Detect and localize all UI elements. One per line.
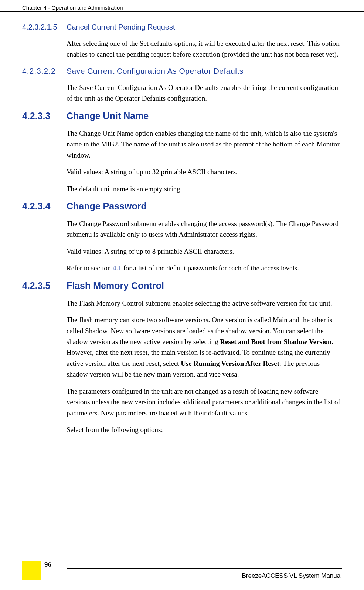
- body-text: The flash memory can store two software …: [67, 314, 342, 380]
- text-before-link: Refer to section: [67, 264, 113, 272]
- heading-change-unit-name: 4.2.3.3 Change Unit Name: [22, 111, 342, 121]
- body-text: Refer to section 4.1 for a list of the d…: [67, 263, 342, 273]
- body-text: The Change Password submenu enables chan…: [67, 218, 342, 240]
- page-footer: BreezeACCESS VL System Manual 96: [0, 568, 364, 580]
- section-number: 4.2.3.4: [22, 201, 67, 212]
- body-text: The parameters configured in the unit ar…: [67, 386, 342, 418]
- heading-save-config: 4.2.3.2.2 Save Current Configuration As …: [22, 67, 342, 75]
- bold-text: Reset and Boot from Shadow Version: [220, 338, 331, 345]
- page-content: 4.2.3.2.1.5 Cancel Current Pending Reque…: [0, 12, 364, 435]
- body-text: The Save Current Configuration As Operat…: [67, 82, 342, 104]
- body-text: The Change Unit Name option enables chan…: [67, 128, 342, 161]
- body-text: Select from the following options:: [67, 424, 342, 435]
- section-number: 4.2.3.2.1.5: [22, 23, 67, 31]
- section-number: 4.2.3.2.2: [22, 67, 67, 75]
- footer-manual-name: BreezeACCESS VL System Manual: [67, 568, 342, 580]
- section-title: Change Password: [67, 201, 342, 212]
- text-after-link: for a list of the default passwords for …: [122, 264, 299, 272]
- chapter-title: Chapter 4 - Operation and Administration: [22, 4, 123, 11]
- heading-flash-memory: 4.2.3.5 Flash Memory Control: [22, 280, 342, 291]
- body-block: The Save Current Configuration As Operat…: [67, 82, 342, 104]
- page-marker-icon: [22, 561, 41, 580]
- body-block: The Flash Memory Control submenu enables…: [67, 298, 342, 435]
- section-title: Change Unit Name: [67, 111, 342, 121]
- body-text: The default unit name is an empty string…: [67, 183, 342, 194]
- heading-change-password: 4.2.3.4 Change Password: [22, 201, 342, 212]
- body-text: Valid values: A string of up to 32 print…: [67, 166, 342, 177]
- section-number: 4.2.3.5: [22, 280, 67, 291]
- body-text: Valid values: A string of up to 8 printa…: [67, 246, 342, 257]
- section-link[interactable]: 4.1: [113, 264, 122, 272]
- body-block: After selecting one of the Set defaults …: [67, 38, 342, 60]
- body-block: The Change Unit Name option enables chan…: [67, 128, 342, 194]
- page-number: 96: [44, 561, 51, 569]
- body-block: The Change Password submenu enables chan…: [67, 218, 342, 274]
- section-title: Save Current Configuration As Operator D…: [67, 67, 342, 75]
- heading-cancel-pending: 4.2.3.2.1.5 Cancel Current Pending Reque…: [22, 23, 342, 31]
- section-title: Cancel Current Pending Request: [67, 23, 342, 31]
- body-text: After selecting one of the Set defaults …: [67, 38, 342, 60]
- page-header: Chapter 4 - Operation and Administration: [0, 0, 364, 12]
- section-title: Flash Memory Control: [67, 280, 342, 291]
- bold-text: Use Running Version After Reset: [181, 360, 279, 367]
- section-number: 4.2.3.3: [22, 111, 67, 121]
- body-text: The Flash Memory Control submenu enables…: [67, 298, 342, 309]
